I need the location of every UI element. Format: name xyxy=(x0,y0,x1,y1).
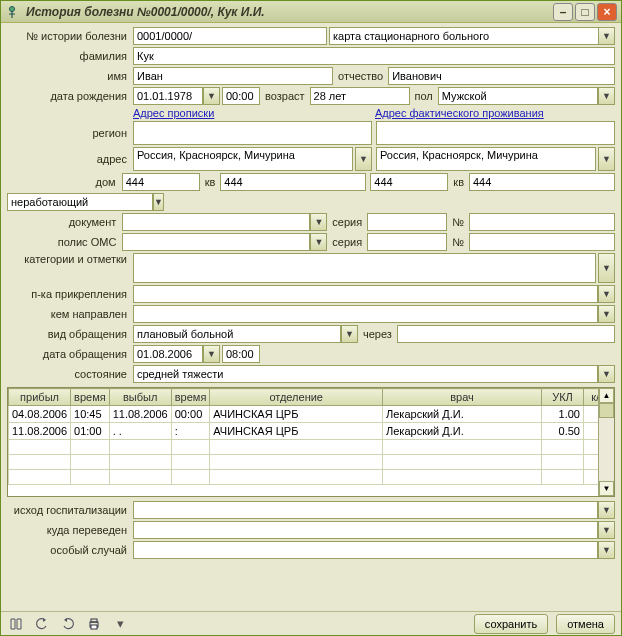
label-flat-right: кв xyxy=(450,176,467,188)
region-left-input[interactable] xyxy=(133,121,372,145)
col-ukl[interactable]: УКЛ xyxy=(542,389,584,406)
referred-by-select[interactable] xyxy=(133,305,598,323)
visit-type-dropdown[interactable]: ▼ xyxy=(341,325,358,343)
address-left-input[interactable]: Россия, Красноярск, Мичурина xyxy=(133,147,353,171)
birthdate-input[interactable] xyxy=(133,87,203,105)
firstname-input[interactable] xyxy=(133,67,333,85)
visit-date-dropdown[interactable]: ▼ xyxy=(203,345,220,363)
attachment-select[interactable] xyxy=(133,285,598,303)
lastname-input[interactable] xyxy=(133,47,615,65)
attachment-dropdown[interactable]: ▼ xyxy=(598,285,615,303)
oms-series-input[interactable] xyxy=(367,233,447,251)
through-input[interactable] xyxy=(397,325,615,343)
table-row[interactable] xyxy=(9,455,614,470)
label-special-case: особый случай xyxy=(7,544,131,556)
history-no-input[interactable] xyxy=(133,27,327,45)
sex-dropdown[interactable]: ▼ xyxy=(598,87,615,105)
address-left-dropdown[interactable]: ▼ xyxy=(355,147,372,171)
app-icon xyxy=(5,5,19,19)
scroll-thumb[interactable] xyxy=(599,403,614,418)
label-age: возраст xyxy=(262,90,308,102)
col-doctor[interactable]: врач xyxy=(383,389,542,406)
house-left-input[interactable] xyxy=(122,173,200,191)
label-patronymic: отчество xyxy=(335,70,386,82)
employment-dropdown[interactable]: ▼ xyxy=(153,193,164,211)
condition-select[interactable] xyxy=(133,365,598,383)
doc-number-input[interactable] xyxy=(469,213,615,231)
oms-dropdown[interactable]: ▼ xyxy=(310,233,327,251)
svg-rect-3 xyxy=(91,625,97,629)
label-lastname: фамилия xyxy=(7,50,131,62)
col-left[interactable]: выбыл xyxy=(109,389,171,406)
print-icon[interactable] xyxy=(85,615,103,633)
employment-select[interactable] xyxy=(7,193,153,211)
col-time2[interactable]: время xyxy=(171,389,210,406)
maximize-button[interactable]: □ xyxy=(575,3,595,21)
sex-select[interactable] xyxy=(438,87,598,105)
special-case-select[interactable] xyxy=(133,541,598,559)
window: История болезни №0001/0000/, Кук И.И. – … xyxy=(0,0,622,636)
table-row[interactable] xyxy=(9,470,614,485)
document-select[interactable] xyxy=(122,213,310,231)
visit-time-input[interactable] xyxy=(222,345,260,363)
undo-icon[interactable] xyxy=(33,615,51,633)
visit-date-input[interactable] xyxy=(133,345,203,363)
label-doc-series: серия xyxy=(329,216,365,228)
table-row[interactable]: 04.08.200610:45 11.08.200600:00 АЧИНСКАЯ… xyxy=(9,406,614,423)
patronymic-input[interactable] xyxy=(388,67,615,85)
oms-select[interactable] xyxy=(122,233,310,251)
house-right-input[interactable] xyxy=(370,173,448,191)
close-button[interactable]: × xyxy=(597,3,617,21)
col-arrived[interactable]: прибыл xyxy=(9,389,71,406)
link-fact-address[interactable]: Адрес фактического проживания xyxy=(375,107,544,119)
flat-left-input[interactable] xyxy=(220,173,366,191)
hospitalization-grid[interactable]: прибыл время выбыл время отделение врач … xyxy=(7,387,615,497)
label-history-no: № истории болезни xyxy=(7,30,131,42)
birthdate-dropdown[interactable]: ▼ xyxy=(203,87,220,105)
categories-input[interactable] xyxy=(133,253,596,283)
label-flat-left: кв xyxy=(202,176,219,188)
label-hosp-outcome: исход госпитализации xyxy=(7,504,131,516)
visit-type-select[interactable] xyxy=(133,325,341,343)
referred-by-dropdown[interactable]: ▼ xyxy=(598,305,615,323)
doc-series-input[interactable] xyxy=(367,213,447,231)
label-through: через xyxy=(360,328,395,340)
label-sex: пол xyxy=(412,90,436,102)
region-right-input[interactable] xyxy=(376,121,615,145)
scroll-up-icon[interactable]: ▲ xyxy=(599,388,614,403)
transferred-to-select[interactable] xyxy=(133,521,598,539)
label-address: адрес xyxy=(7,153,131,165)
label-oms-series: серия xyxy=(329,236,365,248)
condition-dropdown[interactable]: ▼ xyxy=(598,365,615,383)
card-type-dropdown[interactable]: ▼ xyxy=(598,27,615,45)
scroll-down-icon[interactable]: ▼ xyxy=(599,481,614,496)
categories-dropdown[interactable]: ▼ xyxy=(598,253,615,283)
hosp-outcome-select[interactable] xyxy=(133,501,598,519)
special-case-dropdown[interactable]: ▼ xyxy=(598,541,615,559)
address-right-dropdown[interactable]: ▼ xyxy=(598,147,615,171)
cancel-button[interactable]: отмена xyxy=(556,614,615,634)
address-right-input[interactable]: Россия, Красноярск, Мичурина xyxy=(376,147,596,171)
label-birthdate: дата рождения xyxy=(7,90,131,102)
label-oms-number: № xyxy=(449,236,467,248)
book-icon[interactable] xyxy=(7,615,25,633)
table-row[interactable]: 11.08.200601:00 . .: АЧИНСКАЯ ЦРБЛекарск… xyxy=(9,423,614,440)
col-dept[interactable]: отделение xyxy=(210,389,383,406)
chevron-down-icon[interactable]: ▾ xyxy=(111,615,129,633)
document-dropdown[interactable]: ▼ xyxy=(310,213,327,231)
card-type-select[interactable] xyxy=(329,27,598,45)
transferred-to-dropdown[interactable]: ▼ xyxy=(598,521,615,539)
form-content: № истории болезни ▼ фамилия имя отчество… xyxy=(1,23,621,611)
hosp-outcome-dropdown[interactable]: ▼ xyxy=(598,501,615,519)
link-reg-address[interactable]: Адрес прописки xyxy=(133,107,214,119)
redo-icon[interactable] xyxy=(59,615,77,633)
oms-number-input[interactable] xyxy=(469,233,615,251)
grid-scrollbar[interactable]: ▲ ▼ xyxy=(598,388,614,496)
table-row[interactable] xyxy=(9,440,614,455)
col-time1[interactable]: время xyxy=(71,389,110,406)
flat-right-input[interactable] xyxy=(469,173,615,191)
window-title: История болезни №0001/0000/, Кук И.И. xyxy=(22,5,551,19)
save-button[interactable]: сохранить xyxy=(474,614,548,634)
birthtime-input[interactable] xyxy=(222,87,260,105)
minimize-button[interactable]: – xyxy=(553,3,573,21)
